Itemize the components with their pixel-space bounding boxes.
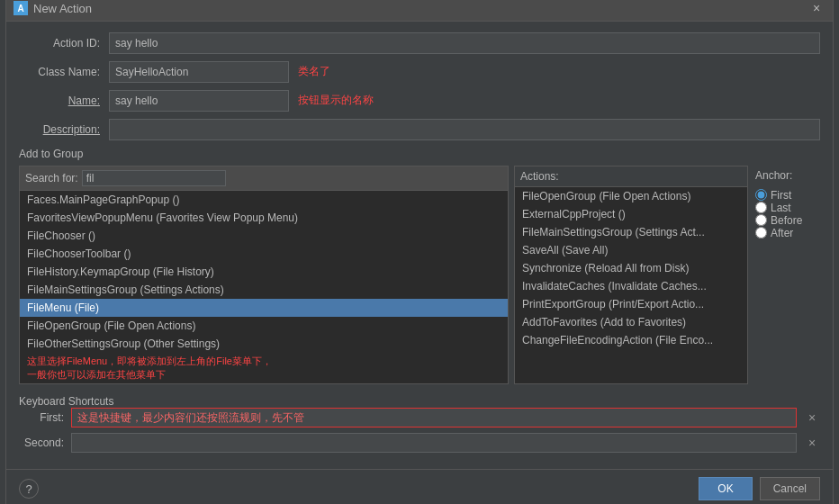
action-id-label: Action ID: xyxy=(19,37,100,50)
keyboard-first-row: First: × xyxy=(19,408,820,428)
add-to-group-header: Add to Group xyxy=(19,148,820,160)
group-and-anchor: Search for: Faces.MainPageGraphPopup ()F… xyxy=(19,166,820,385)
title-bar: A New Action × xyxy=(6,0,833,22)
anchor-label: Anchor: xyxy=(755,169,813,182)
cancel-button[interactable]: Cancel xyxy=(760,477,820,500)
dialog-footer: ? OK Cancel xyxy=(6,469,833,504)
dialog-body: Action ID: Class Name: 类名了 Name: 按钮显示的名称… xyxy=(6,22,833,470)
title-bar-left: A New Action xyxy=(14,1,92,15)
selected-note: 这里选择FileMenu，即将被添加到左上角的File菜单下， 一般你也可以添加… xyxy=(20,353,508,384)
anchor-option[interactable]: After xyxy=(755,227,813,239)
group-list-item[interactable]: FileChooserToolbar () xyxy=(20,245,508,263)
action-list-item[interactable]: ChangeFileEncodingAction (File Enco... xyxy=(515,331,747,349)
footer-right: OK Cancel xyxy=(699,477,820,500)
name-note: 按钮显示的名称 xyxy=(298,93,374,108)
group-list-panel: Search for: Faces.MainPageGraphPopup ()F… xyxy=(19,166,509,385)
anchor-option[interactable]: Before xyxy=(755,214,813,227)
action-list-item[interactable]: PrintExportGroup (Print/Export Actio... xyxy=(515,295,747,313)
action-list-item[interactable]: ExternalCppProject () xyxy=(515,205,747,223)
keyboard-second-row: Second: × xyxy=(19,433,820,453)
ok-button[interactable]: OK xyxy=(699,477,752,500)
group-list-item[interactable]: Faces.MainPageGraphPopup () xyxy=(20,191,508,209)
action-id-row: Action ID: xyxy=(19,32,820,54)
action-list-item[interactable]: FileMainSettingsGroup (Settings Act... xyxy=(515,223,747,241)
name-input[interactable] xyxy=(109,90,289,112)
description-input[interactable] xyxy=(109,119,820,140)
keyboard-first-input[interactable] xyxy=(71,408,797,428)
anchor-panel: Anchor: FirstLastBeforeAfter xyxy=(748,166,820,385)
action-list-item[interactable]: AddToFavorites (Add to Favorites) xyxy=(515,313,747,331)
close-button[interactable]: × xyxy=(807,0,825,17)
keyboard-first-input-wrapper xyxy=(71,408,797,428)
group-list-item[interactable]: FileOpenGroup (File Open Actions) xyxy=(20,317,508,335)
name-label: Name: xyxy=(19,94,100,107)
class-name-row: Class Name: 类名了 xyxy=(19,61,820,83)
dialog-title: New Action xyxy=(33,2,92,15)
keyboard-section: Keyboard Shortcuts First: × Second: × xyxy=(19,395,820,458)
actions-list: FileOpenGroup (File Open Actions)Externa… xyxy=(515,187,747,384)
group-list-item[interactable]: FileHistory.KeymapGroup (File History) xyxy=(20,263,508,281)
keyboard-first-label: First: xyxy=(19,411,64,424)
action-list-item[interactable]: InvalidateCaches (Invalidate Caches... xyxy=(515,277,747,295)
description-row: Description: xyxy=(19,119,820,140)
dialog-icon: A xyxy=(14,1,28,15)
group-list-item[interactable]: FileChooser () xyxy=(20,227,508,245)
group-list: Faces.MainPageGraphPopup ()FavoritesView… xyxy=(20,191,508,353)
group-list-item[interactable]: FileMainSettingsGroup (Settings Actions) xyxy=(20,281,508,299)
keyboard-second-label: Second: xyxy=(19,436,64,449)
action-list-item[interactable]: SaveAll (Save All) xyxy=(515,241,747,259)
action-list-item[interactable]: Synchronize (Reload All from Disk) xyxy=(515,259,747,277)
keyboard-second-clear-button[interactable]: × xyxy=(804,435,820,451)
class-name-note: 类名了 xyxy=(298,64,330,79)
add-to-group-section: Add to Group Search for: Faces.MainPageG… xyxy=(19,148,820,385)
group-list-item[interactable]: FileOtherSettingsGroup (Other Settings) xyxy=(20,335,508,353)
new-action-dialog: A New Action × Action ID: Class Name: 类名… xyxy=(5,0,834,504)
keyboard-title: Keyboard Shortcuts xyxy=(19,395,113,408)
action-list-item[interactable]: FileOpenGroup (File Open Actions) xyxy=(515,187,747,205)
name-row: Name: 按钮显示的名称 xyxy=(19,90,820,112)
class-name-input[interactable] xyxy=(109,61,289,83)
keyboard-second-input[interactable] xyxy=(71,433,797,453)
description-label: Description: xyxy=(19,123,100,136)
group-list-item[interactable]: FileMenu (File) xyxy=(20,299,508,317)
anchor-option[interactable]: First xyxy=(755,189,813,202)
help-button[interactable]: ? xyxy=(19,479,39,499)
search-label: Search for: xyxy=(25,172,78,184)
action-id-input[interactable] xyxy=(109,32,820,54)
group-list-item[interactable]: FavoritesViewPopupMenu (Favorites View P… xyxy=(20,209,508,227)
actions-label: Actions: xyxy=(515,166,747,187)
actions-panel: Actions: FileOpenGroup (File Open Action… xyxy=(514,166,748,385)
search-bar: Search for: xyxy=(20,166,508,191)
keyboard-second-input-wrapper xyxy=(71,433,797,453)
keyboard-first-clear-button[interactable]: × xyxy=(804,410,820,426)
anchor-option[interactable]: Last xyxy=(755,202,813,214)
class-name-label: Class Name: xyxy=(19,66,100,78)
search-input[interactable] xyxy=(82,170,226,186)
